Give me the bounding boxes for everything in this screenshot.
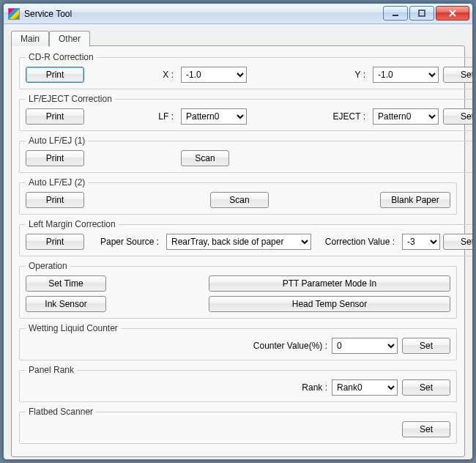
cdr-print-button[interactable]: Print — [26, 67, 84, 83]
group-auto1: Auto LF/EJ (1) Print Scan — [19, 136, 473, 173]
tab-strip: Main Other — [11, 30, 465, 46]
group-rank: Panel Rank Rank : Rank0 Set — [19, 365, 457, 402]
auto2-print-button[interactable]: Print — [26, 192, 84, 208]
lmc-cv-label: Correction Value : — [324, 237, 398, 247]
cdr-x-select[interactable]: -1.0 — [181, 67, 247, 83]
group-rank-legend: Panel Rank — [26, 365, 77, 375]
cdr-y-label: Y : — [302, 70, 368, 80]
group-wlc-legend: Wetting Liquid Counter — [26, 323, 121, 333]
op-set-time-button[interactable]: Set Time — [26, 275, 106, 292]
lfej-set-button[interactable]: Set — [443, 108, 473, 125]
lmc-set-button[interactable]: Set — [443, 234, 473, 250]
lmc-source-select[interactable]: RearTray, back side of paper — [166, 234, 311, 250]
lfej-print-button[interactable]: Print — [26, 108, 84, 125]
op-head-temp-button[interactable]: Head Temp Sensor — [209, 296, 450, 312]
window-title: Service Tool — [24, 9, 72, 19]
cdr-x-label: X : — [89, 70, 176, 80]
lmc-print-button[interactable]: Print — [26, 234, 84, 250]
rank-set-button[interactable]: Set — [402, 379, 450, 396]
group-operation-legend: Operation — [26, 261, 70, 271]
auto2-scan-button[interactable]: Scan — [210, 192, 269, 208]
close-button[interactable] — [436, 6, 469, 21]
wlc-label: Counter Value(%) : — [253, 341, 327, 351]
tab-main[interactable]: Main — [11, 31, 49, 46]
lfej-lf-select[interactable]: Pattern0 — [181, 108, 247, 125]
tab-other[interactable]: Other — [49, 31, 90, 47]
lfej-eject-label: EJECT : — [302, 111, 368, 122]
lfej-eject-select[interactable]: Pattern0 — [373, 108, 439, 125]
lmc-cv-select[interactable]: -3 — [402, 234, 440, 250]
lmc-source-label: Paper Source : — [89, 237, 162, 247]
close-icon — [447, 9, 458, 18]
op-ink-sensor-button[interactable]: Ink Sensor — [26, 296, 106, 312]
rank-label: Rank : — [302, 382, 327, 393]
group-operation: Operation Set Time PTT Parameter Mode In… — [19, 261, 457, 319]
auto1-print-button[interactable]: Print — [26, 150, 84, 166]
rank-value-select[interactable]: Rank0 — [332, 379, 398, 396]
cdr-set-button[interactable]: Set — [443, 67, 473, 83]
group-lmc-legend: Left Margin Correction — [26, 219, 119, 229]
group-lfej: LF/EJECT Correction Print LF : Pattern0 … — [19, 94, 473, 131]
cdr-y-select[interactable]: -1.0 — [373, 67, 439, 83]
group-cdr-legend: CD-R Correction — [26, 52, 97, 62]
maximize-button[interactable] — [409, 6, 434, 21]
app-window: Service Tool Main Other CD-R Correction … — [3, 3, 473, 460]
auto1-scan-button[interactable]: Scan — [181, 150, 229, 166]
group-flatbed-legend: Flatbed Scanner — [26, 407, 96, 417]
app-icon — [8, 8, 20, 20]
minimize-icon — [391, 9, 400, 18]
group-lmc: Left Margin Correction Print Paper Sourc… — [19, 219, 473, 256]
group-auto2-legend: Auto LF/EJ (2) — [26, 177, 88, 188]
group-cdr: CD-R Correction Print X : -1.0 Y : -1.0 … — [19, 52, 473, 89]
tab-panel-other: CD-R Correction Print X : -1.0 Y : -1.0 … — [11, 45, 465, 457]
svg-rect-1 — [419, 10, 425, 16]
content-area: Main Other CD-R Correction Print X : -1.… — [4, 24, 472, 460]
group-auto1-legend: Auto LF/EJ (1) — [26, 136, 88, 146]
wlc-set-button[interactable]: Set — [402, 338, 450, 354]
group-auto2: Auto LF/EJ (2) Print Scan Blank Paper — [19, 177, 457, 215]
flatbed-set-button[interactable]: Set — [402, 421, 450, 437]
maximize-icon — [417, 9, 426, 18]
wlc-value-select[interactable]: 0 — [332, 338, 398, 354]
group-wlc: Wetting Liquid Counter Counter Value(%) … — [19, 323, 457, 360]
titlebar: Service Tool — [4, 4, 472, 24]
group-lfej-legend: LF/EJECT Correction — [26, 94, 115, 104]
group-flatbed: Flatbed Scanner Set — [19, 407, 457, 444]
minimize-button[interactable] — [383, 6, 408, 21]
lfej-lf-label: LF : — [89, 111, 176, 122]
op-ptt-button[interactable]: PTT Parameter Mode In — [209, 275, 450, 292]
auto2-blank-paper-button[interactable]: Blank Paper — [380, 192, 450, 208]
svg-rect-0 — [393, 15, 398, 16]
